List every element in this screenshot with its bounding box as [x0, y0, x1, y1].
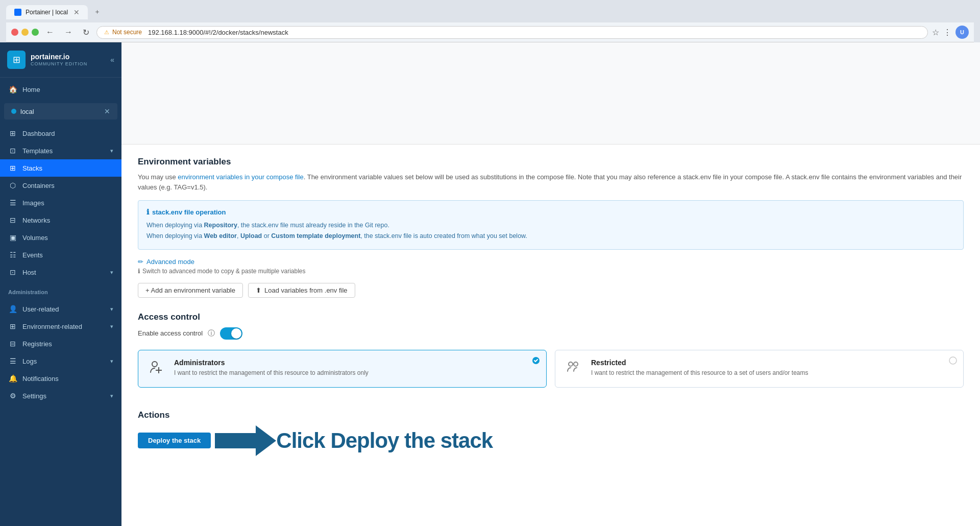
env-desc-link[interactable]: environment variables in your compose fi… [178, 173, 303, 181]
sidebar-item-environment-related[interactable]: ⊞ Environment-related ▾ [0, 318, 121, 335]
access-section-title: Access control [138, 312, 964, 322]
content-area: Environment variables You may use enviro… [121, 145, 980, 526]
notifications-icon: 🔔 [8, 374, 17, 382]
annotation-text: Click Deploy the stack [276, 428, 493, 453]
info-line2-end: , the stack.env file is auto created fro… [360, 232, 527, 240]
sidebar-label-containers: Containers [22, 182, 113, 189]
sidebar-item-settings[interactable]: ⚙ Settings ▾ [0, 387, 121, 404]
security-label: Not secure [112, 29, 142, 36]
advanced-mode-sub-text: Switch to advanced mode to copy & paste … [142, 268, 306, 275]
sidebar-item-host[interactable]: ⊡ Host ▾ [0, 264, 121, 281]
sidebar-label-events: Events [22, 251, 113, 259]
logs-icon: ☰ [8, 357, 17, 365]
new-tab-btn[interactable]: ＋ [89, 4, 106, 19]
env-actions: + Add an environment variable ⬆ Load var… [138, 283, 964, 298]
restricted-card[interactable]: Restricted I want to restrict the manage… [555, 350, 964, 388]
deploy-stack-btn[interactable]: Deploy the stack [138, 433, 211, 448]
reload-btn[interactable]: ↻ [80, 27, 92, 38]
templates-icon: ⊡ [8, 147, 17, 155]
sidebar-item-home[interactable]: 🏠 Home [0, 81, 121, 98]
access-control-toggle[interactable] [220, 327, 242, 340]
tab-close-btn[interactable]: ✕ [74, 8, 80, 16]
sidebar-label-environment-related: Environment-related [22, 323, 105, 330]
restricted-card-content: Restricted I want to restrict the manage… [591, 358, 808, 377]
enable-access-label: Enable access control [138, 329, 203, 337]
annotation-arrow-svg [215, 425, 276, 456]
env-dot [11, 109, 16, 114]
sidebar-item-networks[interactable]: ⊟ Networks [0, 211, 121, 229]
active-tab[interactable]: Portainer | local ✕ [6, 5, 88, 19]
admin-card-desc: I want to restrict the management of thi… [174, 369, 369, 377]
actions-row: Deploy the stack Click Deploy the stack [138, 425, 964, 456]
environment-related-chevron: ▾ [110, 323, 113, 330]
sidebar-item-dashboard[interactable]: ⊞ Dashboard [0, 125, 121, 142]
sidebar-item-registries[interactable]: ⊟ Registries [0, 335, 121, 352]
dashboard-icon: ⊞ [8, 129, 17, 137]
edit-icon: ✏ [138, 258, 143, 266]
add-env-btn[interactable]: + Add an environment variable [138, 283, 243, 298]
sidebar-item-stacks[interactable]: ⊞ Stacks [0, 159, 121, 177]
env-close-btn[interactable]: ✕ [104, 107, 110, 115]
svg-point-7 [949, 357, 957, 364]
access-toggle-row: Enable access control ⓘ [138, 327, 964, 340]
user-avatar[interactable]: U [955, 26, 969, 39]
sidebar-label-templates: Templates [22, 147, 105, 155]
svg-marker-8 [215, 425, 276, 456]
tab-title: Portainer | local [26, 9, 68, 16]
window-close[interactable] [11, 29, 18, 36]
restricted-radio[interactable] [949, 356, 957, 365]
sidebar-label-host: Host [22, 269, 105, 276]
sidebar: ⊞ portainer.io COMMUNITY EDITION « 🏠 Hom… [0, 42, 121, 526]
access-info-icon[interactable]: ⓘ [208, 329, 215, 338]
sidebar-item-events[interactable]: ☷ Events [0, 246, 121, 264]
back-btn[interactable]: ← [43, 27, 57, 38]
sidebar-item-volumes[interactable]: ▣ Volumes [0, 229, 121, 246]
sidebar-item-notifications[interactable]: 🔔 Notifications [0, 370, 121, 387]
sidebar-collapse-btn[interactable]: « [110, 56, 114, 64]
sidebar-item-containers[interactable]: ⬡ Containers [0, 177, 121, 194]
admin-section-label: Administration [0, 284, 121, 297]
restricted-card-desc: I want to restrict the management of thi… [591, 369, 808, 377]
restricted-icon [566, 359, 582, 378]
window-controls [11, 29, 39, 36]
annotation-arrow-wrap [215, 425, 276, 456]
top-scroll-area [121, 42, 980, 145]
load-env-btn[interactable]: ⬆ Load variables from .env file [248, 283, 355, 298]
logo-text: portainer.io [31, 53, 87, 61]
extensions-btn[interactable]: ⋮ [943, 28, 951, 37]
logo-text-block: portainer.io COMMUNITY EDITION [31, 53, 87, 66]
admin-card[interactable]: Administrators I want to restrict the ma… [138, 350, 547, 388]
events-icon: ☷ [8, 251, 17, 259]
admin-radio[interactable] [532, 356, 540, 365]
home-icon: 🏠 [8, 85, 17, 93]
advanced-mode-label: Advanced mode [146, 258, 194, 266]
advanced-mode-toggle[interactable]: ✏ Advanced mode [138, 258, 964, 266]
sidebar-item-images[interactable]: ☰ Images [0, 194, 121, 211]
logo-sub: COMMUNITY EDITION [31, 61, 87, 66]
info-line1-end: , the stack.env file must already reside… [237, 222, 389, 229]
window-minimize[interactable] [21, 29, 29, 36]
sidebar-item-templates[interactable]: ⊡ Templates ▾ [0, 142, 121, 159]
user-related-icon: 👤 [8, 305, 17, 313]
annotation-wrap: Deploy the stack Click Deploy the stack [138, 425, 493, 456]
admin-card-title: Administrators [174, 358, 369, 367]
sidebar-environment[interactable]: local ✕ [4, 103, 117, 119]
upload-icon: ⬆ [256, 286, 261, 294]
access-control-section: Access control Enable access control ⓘ [138, 312, 964, 340]
restricted-card-title: Restricted [591, 358, 808, 367]
user-related-chevron: ▾ [110, 306, 113, 313]
env-desc-start: You may use [138, 173, 178, 181]
sidebar-label-stacks: Stacks [22, 164, 113, 172]
actions-section-title: Actions [138, 410, 964, 420]
url-display: 192.168.1.18:9000/#!/2/docker/stacks/new… [148, 29, 288, 36]
address-bar[interactable]: ⚠ Not secure 192.168.1.18:9000/#!/2/dock… [96, 26, 928, 39]
sidebar-item-user-related[interactable]: 👤 User-related ▾ [0, 300, 121, 318]
bookmark-btn[interactable]: ☆ [932, 28, 939, 37]
main-content: Environment variables You may use enviro… [121, 42, 980, 526]
forward-btn[interactable]: → [61, 27, 76, 38]
svg-point-6 [574, 362, 578, 366]
stacks-icon: ⊞ [8, 164, 17, 172]
window-maximize[interactable] [32, 29, 39, 36]
sidebar-item-logs[interactable]: ☰ Logs ▾ [0, 352, 121, 370]
sidebar-label-dashboard: Dashboard [22, 130, 113, 137]
